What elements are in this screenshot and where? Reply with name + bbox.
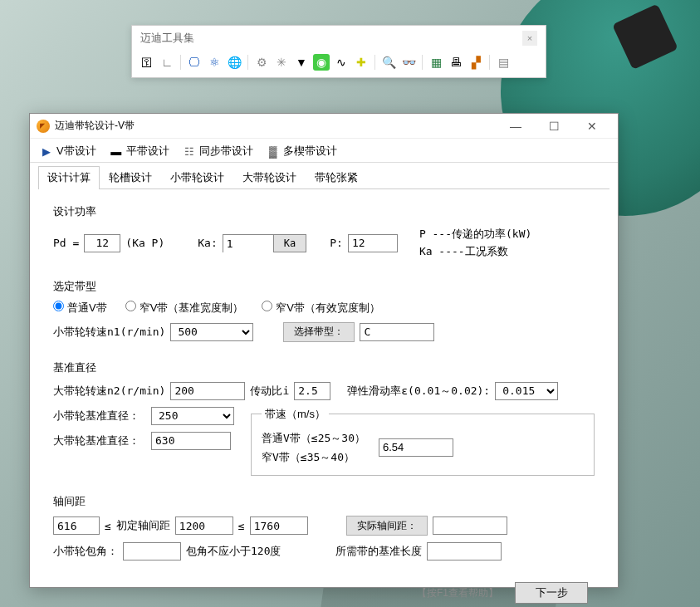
green-dot-icon[interactable]: ◉ [313, 54, 330, 71]
help-hint: 【按F1查看帮助】 [417, 586, 498, 600]
main-dialog: 迈迪带轮设计-V带 — ☐ ✕ ▶ V带设计 ▬ 平带设计 ☷ 同步带设计 ▓ … [29, 113, 619, 588]
p-label: P: [330, 237, 343, 249]
subtab-small-pulley[interactable]: 小带轮设计 [161, 166, 233, 188]
plus-icon[interactable]: ✚ [353, 54, 370, 71]
small-dia-label: 小带轮基准直径： [53, 409, 146, 423]
belt-speed-legend: 带速（m/s） [262, 407, 329, 422]
chart-icon[interactable]: ▞ [467, 54, 484, 71]
ka-note: Ka ----工况系数 [419, 243, 531, 261]
window-title: 迈迪带轮设计-V带 [55, 119, 497, 133]
binoculars-icon[interactable]: 👓 [400, 54, 417, 71]
belt-speed-fieldset: 带速（m/s） 普通V带（≤25～30） 窄V带（≤35～40） [251, 407, 595, 477]
radio-normal-v[interactable]: 普通V带 [53, 301, 107, 316]
n1-select[interactable]: 500 [170, 323, 253, 341]
n2-label: 大带轮转速n2(r/min) [53, 384, 165, 399]
toolbar-icon-row: ⚿ ∟ 🖵 ⚛ 🌐 ⚙ ✳ ▼ ◉ ∿ ✚ 🔍 👓 ▦ 🖶 ▞ ▤ [132, 51, 546, 77]
ka-label: Ka: [198, 237, 217, 249]
belt-speed-output[interactable] [379, 438, 453, 457]
p-input[interactable] [348, 234, 398, 252]
subtab-big-pulley[interactable]: 大带轮设计 [233, 166, 306, 188]
ka-button[interactable]: Ka [273, 235, 306, 252]
flat-belt-icon: ▬ [110, 144, 123, 158]
gear-icon[interactable]: ⚙ [253, 54, 270, 71]
subtab-tension[interactable]: 带轮张紧 [306, 166, 367, 188]
v-belt-icon: ▶ [40, 144, 53, 158]
belt-type-title: 选定带型 [53, 279, 595, 294]
axis-init-input[interactable] [175, 516, 233, 535]
axis-max-input[interactable] [250, 516, 308, 535]
axis-min-input[interactable] [53, 516, 100, 535]
tab-sync-belt[interactable]: ☷ 同步带设计 [183, 144, 253, 159]
toolbar-title: 迈迪工具集 [140, 31, 194, 46]
axis-distance-group: 轴间距 ≤ 初定轴间距 ≤ 实际轴间距： 小带轮包角： 包角不应小于120度 所… [43, 494, 605, 570]
wrap-angle-note: 包角不应小于120度 [186, 544, 281, 559]
slip-label: 弹性滑动率ε(0.01～0.02): [347, 384, 490, 399]
print-icon[interactable]: 🖶 [448, 54, 464, 71]
key-icon[interactable]: ⚿ [139, 54, 155, 71]
floating-toolbar: 迈迪工具集 × ⚿ ∟ 🖵 ⚛ 🌐 ⚙ ✳ ▼ ◉ ∿ ✚ 🔍 👓 ▦ 🖶 ▞ … [131, 25, 546, 78]
angle-icon[interactable]: ∟ [159, 54, 175, 71]
close-button[interactable]: ✕ [573, 114, 611, 139]
slip-select[interactable]: 0.015 [495, 382, 558, 400]
tab-flat-belt[interactable]: ▬ 平带设计 [110, 144, 169, 159]
actual-axis-label-button[interactable]: 实际轴间距： [346, 516, 428, 536]
big-dia-input[interactable] [151, 432, 231, 450]
sub-tab-bar: 设计计算 轮槽设计 小带轮设计 大带轮设计 带轮张紧 [30, 163, 618, 188]
le1: ≤ [105, 520, 111, 532]
select-belt-type-button[interactable]: 选择带型： [283, 322, 355, 342]
minimize-button[interactable]: — [497, 114, 535, 139]
ratio-label: 传动比i [250, 384, 289, 399]
list-icon[interactable]: ▤ [495, 54, 512, 71]
app-icon [37, 120, 50, 133]
maximize-button[interactable]: ☐ [535, 114, 573, 139]
gear2-icon[interactable]: ✳ [273, 54, 290, 71]
speed-note2: 窄V带（≤35～40） [262, 448, 365, 467]
main-tab-bar: ▶ V带设计 ▬ 平带设计 ☷ 同步带设计 ▓ 多楔带设计 [30, 139, 618, 163]
radio-narrow-v-base[interactable]: 窄V带（基准宽度制） [125, 301, 244, 316]
small-dia-select[interactable]: 250 [151, 407, 234, 425]
n2-input[interactable] [170, 382, 245, 400]
next-button[interactable]: 下一步 [515, 582, 588, 604]
n1-label: 小带轮转速n1(r/min) [53, 325, 165, 340]
subtab-groove[interactable]: 轮槽设计 [100, 166, 161, 188]
big-dia-label: 大带轮基准直径： [53, 433, 146, 448]
actual-axis-input[interactable] [433, 516, 507, 535]
belt-type-result[interactable] [360, 323, 434, 341]
radio-narrow-v-eff[interactable]: 窄V带（有效宽度制） [262, 301, 380, 316]
search-icon[interactable]: 🔍 [380, 54, 397, 71]
axis-distance-title: 轴间距 [53, 494, 595, 509]
pd-value-input[interactable] [84, 234, 120, 252]
sync-belt-icon: ☷ [183, 144, 196, 158]
tab-v-belt[interactable]: ▶ V带设计 [40, 144, 96, 159]
design-power-title: 设计功率 [53, 204, 595, 219]
funnel-icon[interactable]: ▼ [293, 54, 310, 71]
belt-length-input[interactable] [427, 542, 502, 560]
multi-v-icon: ▓ [267, 144, 280, 158]
ka-input[interactable] [223, 235, 273, 253]
belt-length-label: 所需带的基准长度 [335, 544, 422, 559]
p-note: P ---传递的功率(kW) [419, 226, 531, 243]
wrap-angle-label: 小带轮包角： [53, 544, 118, 559]
ratio-input[interactable] [294, 382, 330, 400]
monitor-icon[interactable]: 🖵 [186, 54, 203, 71]
init-axis-label: 初定轴间距 [116, 518, 170, 533]
wrap-angle-input[interactable] [123, 542, 181, 560]
speed-note1: 普通V带（≤25～30） [262, 428, 365, 448]
pd-formula-prefix: Pd = [53, 237, 79, 249]
base-diameter-group: 基准直径 大带轮转速n2(r/min) 传动比i 弹性滑动率ε(0.01～0.0… [43, 360, 605, 487]
titlebar: 迈迪带轮设计-V带 — ☐ ✕ [30, 114, 618, 139]
base-diameter-title: 基准直径 [53, 360, 595, 375]
globe-icon[interactable]: 🌐 [226, 54, 242, 71]
pd-formula-suffix: (Ka P) [125, 237, 164, 249]
subtab-design-calc[interactable]: 设计计算 [38, 166, 100, 188]
network-icon[interactable]: ⚛ [206, 54, 223, 71]
tab-multi-v-belt[interactable]: ▓ 多楔带设计 [267, 144, 337, 159]
toolbar-close-button[interactable]: × [522, 31, 537, 46]
belt-type-group: 选定带型 普通V带 窄V带（基准宽度制） 窄V带（有效宽度制） 小带轮转速n1(… [43, 279, 605, 352]
spring-icon[interactable]: ∿ [333, 54, 350, 71]
le2: ≤ [238, 520, 245, 532]
excel-icon[interactable]: ▦ [428, 54, 444, 71]
design-power-group: 设计功率 Pd = (Ka P) Ka: Ka P: P ---传递的功率(kW… [43, 198, 605, 271]
